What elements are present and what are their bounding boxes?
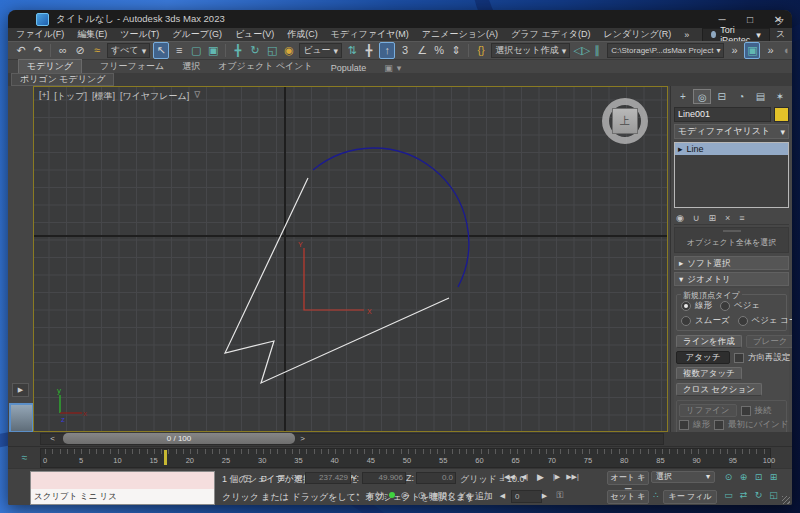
break-button[interactable]: ブレーク	[746, 335, 792, 348]
connect-checkbox[interactable]	[741, 406, 751, 416]
mini-listener-label[interactable]: スクリプト ミニ リス	[31, 489, 214, 504]
menu-create[interactable]: 作成(C)	[287, 28, 318, 41]
menu-edit[interactable]: 編集(E)	[77, 28, 107, 41]
isolate-selection-icon[interactable]: ◳	[240, 473, 254, 483]
viewport-filter-icon[interactable]: ∇	[194, 90, 200, 103]
ribbon-tab-modeling[interactable]: モデリング	[18, 59, 82, 73]
select-and-place-icon[interactable]: ◉	[282, 43, 296, 58]
viewport-pov-menu[interactable]: [トップ]	[54, 90, 87, 103]
previous-frame-button[interactable]: ◀|	[518, 471, 531, 483]
viewport-shading-menu[interactable]: [ワイヤフレーム]	[120, 90, 189, 103]
make-unique-icon[interactable]: ⊞	[708, 213, 716, 223]
user-account-menu[interactable]: Tori iPentec ▾	[702, 28, 770, 42]
modifier-list-dropdown[interactable]: モディファイヤリスト ▾	[674, 124, 789, 139]
orbit-icon[interactable]: ↻	[752, 489, 765, 501]
title-bar[interactable]: タイトルなし - Autodesk 3ds Max 2023 ─ □ ✕	[8, 10, 792, 28]
line001-arc-segment[interactable]	[313, 148, 469, 287]
mirror-icon[interactable]: ◁▷	[573, 43, 587, 58]
top-viewport[interactable]: [+] [トップ] [標準] [ワイヤフレーム] ∇ Y X 上 y	[33, 86, 668, 432]
save-file-icon[interactable]: ▣	[744, 42, 760, 59]
play-button[interactable]: ▶	[534, 471, 547, 483]
object-name-field[interactable]: Line001	[674, 107, 771, 122]
ribbon-tab-freeform[interactable]: フリーフォーム	[100, 60, 164, 73]
time-slider-prev-button[interactable]: <	[46, 433, 59, 444]
viewcube[interactable]: 上	[597, 93, 653, 149]
unlink-selection-icon[interactable]: ⊘	[73, 43, 87, 58]
redo-icon[interactable]: ↷	[31, 43, 45, 58]
ribbon-config-menu-icon[interactable]: ▣	[384, 63, 393, 73]
bind-to-space-warp-icon[interactable]: ≈	[90, 43, 104, 58]
maxscript-mini-listener[interactable]: スクリプト ミニ リス	[30, 471, 215, 505]
modifier-stack[interactable]: ▸ Line	[674, 142, 789, 208]
create-line-button[interactable]: ラインを作成	[676, 335, 742, 348]
render-setup-icon[interactable]: ◐	[780, 43, 792, 58]
soft-selection-rollout-header[interactable]: ▸ ソフト選択	[674, 256, 789, 270]
bind-first-checkbox[interactable]	[714, 420, 724, 430]
select-and-manipulate-icon[interactable]: ╋	[362, 43, 376, 58]
hierarchy-tab-icon[interactable]: ⊟	[713, 89, 731, 104]
spinner-snap-icon[interactable]: ⇕	[449, 43, 463, 58]
radio-linear[interactable]	[681, 301, 691, 311]
auto-key-button[interactable]: オート キー	[607, 471, 649, 485]
select-by-name-icon[interactable]: ≡	[172, 43, 186, 58]
named-selection-set-dropdown[interactable]: 選択セット作成 ▾	[491, 43, 570, 58]
modify-tab-icon[interactable]: ◎	[693, 89, 711, 104]
pan-view-icon[interactable]: ⇄	[737, 489, 750, 501]
snaps-toggle-icon[interactable]: ↑	[379, 42, 395, 59]
pin-stack-icon[interactable]: ◉	[676, 213, 684, 223]
menu-modifiers[interactable]: モディファイヤ(M)	[331, 28, 409, 41]
motion-tab-icon[interactable]: ◔	[732, 89, 750, 104]
toolbar-overflow-chevron[interactable]: »	[763, 43, 777, 58]
set-key-button[interactable]: セット キー	[607, 490, 649, 504]
viewport-layout-tabs-arrow[interactable]: ▶	[12, 383, 29, 397]
x-coordinate-field[interactable]: 237.429	[305, 472, 351, 484]
window-crossing-icon[interactable]: ▣	[206, 43, 220, 58]
maximize-viewport-toggle-icon[interactable]: ◱	[767, 489, 780, 501]
window-resize-grip[interactable]	[782, 496, 790, 504]
ribbon-tab-populate[interactable]: Populate	[331, 63, 367, 73]
viewport-standard-menu[interactable]: [標準]	[92, 90, 115, 103]
menu-rendering[interactable]: レンダリング(R)	[604, 28, 672, 41]
z-coordinate-field[interactable]: 0.0	[416, 472, 456, 484]
create-tab-icon[interactable]: +	[674, 89, 692, 104]
time-tag-clock-icon[interactable]: ◷	[415, 490, 429, 500]
select-and-rotate-icon[interactable]: ↻	[248, 43, 262, 58]
current-frame-marker[interactable]	[164, 450, 167, 465]
percent-snap-icon[interactable]: %	[432, 43, 446, 58]
project-folder-dropdown[interactable]: C:\Storage\P...dsMax Project ▾	[607, 43, 724, 58]
set-key-mode-icon[interactable]: ∴	[649, 490, 663, 500]
linear-checkbox[interactable]	[679, 420, 689, 430]
selection-lock-icon[interactable]: ◘	[257, 473, 271, 483]
zoom-extents-icon[interactable]: ⊡	[752, 471, 765, 483]
time-slider-handle[interactable]: 0 / 100	[63, 433, 295, 444]
select-and-link-icon[interactable]: ∞	[56, 43, 70, 58]
cycle-toggle-icon[interactable]: ◎	[398, 490, 412, 500]
menu-views[interactable]: ビュー(V)	[235, 28, 274, 41]
attach-mult-button[interactable]: 複数アタッチ	[676, 367, 742, 380]
menu-animation[interactable]: アニメーション(A)	[422, 28, 498, 41]
zoom-all-icon[interactable]: ⊕	[737, 471, 750, 483]
edit-named-selection-sets-icon[interactable]: {}	[474, 43, 488, 58]
geometry-rollout-header[interactable]: ▾ ジオメトリ	[674, 272, 789, 286]
viewport-layout-active-tab[interactable]	[9, 403, 34, 433]
zoom-icon[interactable]: ⊙	[722, 471, 735, 483]
frame-spinner-left[interactable]: ◀	[496, 490, 509, 502]
toolbar-overflow-chevron[interactable]: »	[727, 43, 741, 58]
menu-tools[interactable]: ツール(T)	[120, 28, 159, 41]
menu-graph-editors[interactable]: グラフ エディタ(D)	[511, 28, 590, 41]
refine-button[interactable]: リファイン	[679, 404, 737, 417]
undo-icon[interactable]: ↶	[14, 43, 28, 58]
radio-bezier[interactable]	[720, 301, 730, 311]
mini-curve-editor-button[interactable]: ≈	[16, 451, 33, 465]
object-color-swatch[interactable]	[774, 107, 789, 122]
menu-file[interactable]: ファイル(F)	[16, 28, 64, 41]
adaptive-degradation-icon[interactable]: ◔	[350, 490, 364, 500]
remove-modifier-icon[interactable]: ×	[725, 213, 730, 223]
cross-section-button[interactable]: クロス セクション	[676, 383, 762, 396]
ribbon-tab-object-paint[interactable]: オブジェクト ペイント	[218, 60, 313, 73]
radio-bezier-corner[interactable]	[738, 316, 748, 326]
menu-overflow-chevron[interactable]: »	[684, 30, 689, 40]
snap-3d-icon[interactable]: 3	[398, 43, 412, 58]
viewcube-top-face[interactable]: 上	[612, 108, 638, 134]
key-selection-dropdown[interactable]: 選択 ▾	[651, 471, 715, 483]
